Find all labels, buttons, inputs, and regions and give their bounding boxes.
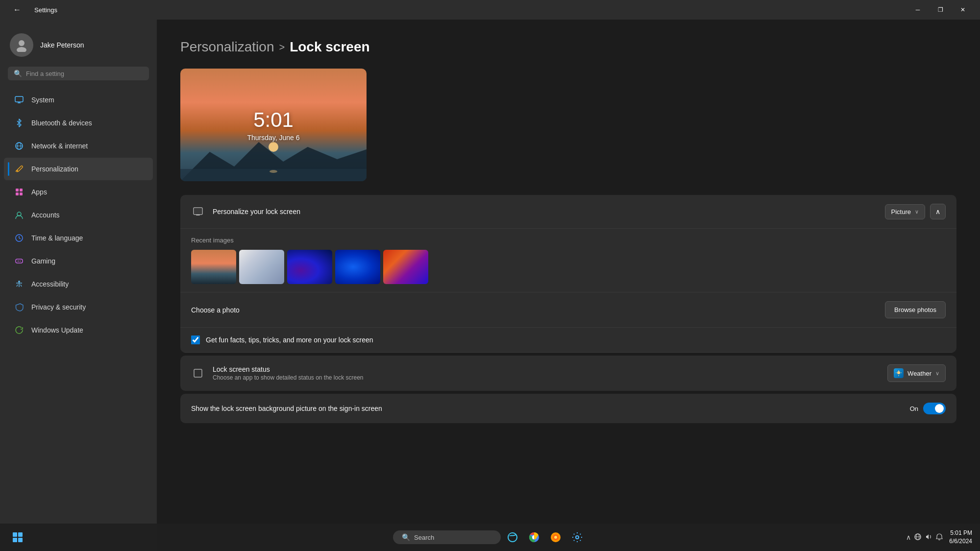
tray-chevron-icon[interactable]: ∧: [906, 533, 911, 541]
sidebar-item-time[interactable]: Time & language: [4, 227, 153, 249]
svg-rect-2: [15, 96, 23, 102]
recent-image-1[interactable]: [191, 250, 236, 284]
back-button[interactable]: ←: [6, 0, 28, 20]
sidebar-label-time: Time & language: [31, 234, 83, 242]
expand-button[interactable]: ∧: [930, 204, 946, 219]
svg-rect-10: [16, 192, 19, 195]
taskbar-search[interactable]: 🔍 Search: [393, 530, 501, 544]
lock-status-text: Lock screen status Choose an app to show…: [213, 365, 880, 381]
fun-facts-label: Get fun facts, tips, tricks, and more on…: [206, 336, 373, 344]
gaming-icon: [14, 256, 24, 266]
breadcrumb-parent[interactable]: Personalization: [180, 39, 274, 55]
weather-chevron-icon: ∨: [935, 370, 939, 377]
update-icon: [14, 325, 24, 335]
personalize-row: Personalize your lock screen Picture ∨ ∧: [180, 195, 956, 229]
edge-icon[interactable]: [503, 527, 522, 547]
privacy-icon: [14, 302, 24, 312]
recent-images-label: Recent images: [191, 237, 946, 244]
personalize-icon: [191, 205, 205, 218]
signin-row: Show the lock screen background picture …: [180, 394, 956, 423]
signin-card: Show the lock screen background picture …: [180, 394, 956, 423]
volume-icon[interactable]: [925, 533, 932, 542]
browse-photos-button[interactable]: Browse photos: [885, 301, 946, 318]
main-content: Personalization > Lock screen 5:01 Thurs…: [157, 20, 980, 551]
personalize-dropdown-label: Picture: [891, 208, 911, 216]
svg-rect-35: [18, 532, 23, 537]
recent-image-3[interactable]: [287, 250, 332, 284]
signin-toggle[interactable]: [923, 403, 946, 414]
network-icon: [14, 141, 24, 151]
svg-rect-8: [16, 189, 19, 192]
sidebar-item-apps[interactable]: Apps: [4, 181, 153, 203]
minimize-button[interactable]: ─: [906, 0, 929, 20]
taskbar-search-label: Search: [414, 534, 434, 541]
lock-status-title: Lock screen status: [213, 365, 880, 373]
recent-image-5[interactable]: [383, 250, 428, 284]
taskbar-center: 🔍 Search: [393, 527, 587, 547]
sidebar-item-system[interactable]: System: [4, 89, 153, 111]
signin-control: On: [910, 403, 946, 414]
accessibility-icon: [14, 279, 24, 289]
fun-facts-checkbox[interactable]: [191, 335, 200, 344]
network-tray-icon[interactable]: [914, 533, 922, 542]
search-icon: 🔍: [14, 70, 22, 77]
sidebar-label-update: Windows Update: [31, 326, 83, 334]
breadcrumb-separator: >: [279, 42, 285, 53]
notification-icon[interactable]: [935, 533, 943, 542]
dropdown-chevron-icon: ∨: [915, 209, 919, 215]
svg-point-29: [897, 371, 900, 374]
weather-dropdown-button[interactable]: Weather ∨: [887, 364, 946, 382]
lock-status-card: Lock screen status Choose an app to show…: [180, 356, 956, 391]
signin-text: Show the lock screen background picture …: [191, 405, 902, 412]
search-bar[interactable]: 🔍: [8, 67, 149, 80]
sidebar-label-privacy: Privacy & security: [31, 303, 86, 311]
sidebar-label-accounts: Accounts: [31, 211, 60, 219]
lock-preview-date: Thursday, June 6: [247, 134, 299, 142]
lock-status-desc: Choose an app to show detailed status on…: [213, 374, 880, 381]
svg-rect-36: [13, 538, 17, 542]
sidebar-item-accessibility[interactable]: Accessibility: [4, 273, 153, 295]
sidebar-item-gaming[interactable]: Gaming: [4, 250, 153, 272]
recent-image-2[interactable]: [239, 250, 284, 284]
chrome-icon[interactable]: [524, 527, 544, 547]
accounts-icon: [14, 210, 24, 220]
taskbar-time[interactable]: 5:01 PM 6/6/2024: [949, 529, 972, 546]
maximize-button[interactable]: ❐: [929, 0, 952, 20]
search-input[interactable]: [26, 70, 143, 77]
browse-photos-control: Browse photos: [885, 301, 946, 318]
sidebar-label-network: Network & internet: [31, 142, 88, 150]
personalize-dropdown[interactable]: Picture ∨: [885, 204, 925, 219]
sidebar-item-personalization[interactable]: Personalization: [4, 158, 153, 180]
sidebar-item-accounts[interactable]: Accounts: [4, 204, 153, 226]
sidebar-label-personalization: Personalization: [31, 165, 78, 173]
start-button[interactable]: [8, 527, 27, 547]
choose-photo-title: Choose a photo: [191, 306, 877, 314]
title-bar-controls: ─ ❐ ✕: [906, 0, 974, 20]
close-button[interactable]: ✕: [952, 0, 974, 20]
toggle-container: On: [910, 403, 946, 414]
personalize-card: Personalize your lock screen Picture ∨ ∧…: [180, 195, 956, 353]
choose-photo-text: Choose a photo: [191, 306, 877, 314]
user-profile[interactable]: Jake Peterson: [0, 27, 157, 67]
sidebar-label-gaming: Gaming: [31, 257, 55, 265]
time-display: 5:01 PM: [949, 529, 972, 537]
sidebar-item-bluetooth[interactable]: Bluetooth & devices: [4, 112, 153, 134]
settings-taskbar-icon[interactable]: [567, 527, 587, 547]
sys-tray: ∧: [906, 533, 943, 542]
weather-label: Weather: [907, 370, 931, 377]
svg-rect-11: [20, 192, 23, 195]
sidebar-item-network[interactable]: Network & internet: [4, 135, 153, 157]
lock-preview-time: 5:01: [253, 108, 294, 132]
sidebar-item-update[interactable]: Windows Update: [4, 319, 153, 341]
breadcrumb-current: Lock screen: [290, 39, 369, 55]
sidebar-label-apps: Apps: [31, 188, 47, 196]
time-icon: [14, 233, 24, 243]
avatar: [10, 33, 33, 57]
recent-image-4[interactable]: [335, 250, 380, 284]
svg-point-0: [19, 40, 24, 46]
system-icon: [14, 95, 24, 105]
firefox-icon[interactable]: [546, 527, 565, 547]
personalize-text: Personalize your lock screen: [213, 208, 877, 216]
svg-rect-27: [196, 215, 200, 216]
sidebar-item-privacy[interactable]: Privacy & security: [4, 296, 153, 318]
